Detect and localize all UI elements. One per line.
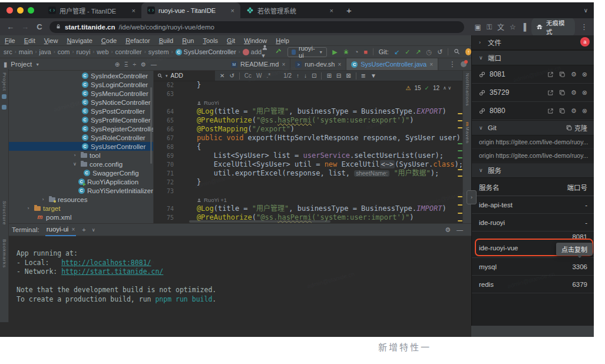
run-icon[interactable]: ▶ xyxy=(332,48,337,56)
close-editor-tab-icon[interactable]: × xyxy=(338,61,341,68)
sidebar-section-git[interactable]: ∨ Git 克隆 xyxy=(472,120,594,135)
git-update-icon[interactable]: ↙ xyxy=(394,48,399,56)
editor-tab-run-dev.sh[interactable]: >run-dev.sh× xyxy=(290,58,346,70)
port-settings-icon[interactable]: ⚙ xyxy=(571,89,577,97)
tree-item-SysNoticeController[interactable]: CSysNoticeController xyxy=(8,98,153,107)
breadcrumb-item-controller[interactable]: controller xyxy=(115,48,142,55)
breadcrumb-item-com[interactable]: com xyxy=(58,48,70,55)
project-pane-header[interactable]: ▮Project▼ ⊕ Ξ ÷ ⚙ — xyxy=(0,60,160,68)
filter-search-icon[interactable]: ≣ xyxy=(361,72,366,79)
close-tab-icon[interactable]: × xyxy=(131,7,137,14)
maximize-window-button[interactable] xyxy=(28,7,34,14)
side-panel-icon[interactable]: ▐ xyxy=(521,23,527,31)
tree-item-SysIndexController[interactable]: CSysIndexController xyxy=(8,71,153,80)
menu-run[interactable]: Run xyxy=(182,37,194,44)
find-clear-icon[interactable]: ✕ xyxy=(220,72,224,79)
git-remote-0[interactable]: origin https://gitee.com/live-demo/ruoy.… xyxy=(472,135,594,149)
back-icon[interactable]: ← xyxy=(6,22,15,31)
close-editor-tab-icon[interactable]: × xyxy=(282,61,285,68)
service-row-ide-ruoyi-vue[interactable]: ide-ruoyi-vue8081点击复制 xyxy=(472,231,594,258)
sidebar-section-ports[interactable]: ∨ 端口 xyxy=(472,50,594,65)
hide-pane-icon[interactable]: — xyxy=(151,61,157,68)
editor-horizontal-scrollbar[interactable] xyxy=(189,220,330,223)
tree-item-resources[interactable]: ›resources xyxy=(8,195,153,204)
profiler-icon[interactable]: ◔ xyxy=(355,48,359,55)
sidebar-collapse-button[interactable]: › xyxy=(467,190,477,204)
remove-selection-icon[interactable]: ⊟ xyxy=(336,72,341,79)
tree-item-SysMenuController[interactable]: CSysMenuController xyxy=(8,89,153,98)
project-tool-button[interactable]: Project xyxy=(2,72,7,91)
whole-words-toggle[interactable]: W xyxy=(256,72,262,79)
service-row-ide-api-test[interactable]: ide-api-test- xyxy=(472,196,594,214)
debug-icon[interactable] xyxy=(343,48,349,56)
terminal-link[interactable]: http://localhost:8081/ xyxy=(61,259,151,267)
tree-item-SysRoleController[interactable]: CSysRoleController xyxy=(8,133,153,142)
terminal-settings-icon[interactable]: ⚙ xyxy=(445,226,451,234)
pane-settings-icon[interactable]: ⚙ xyxy=(141,61,146,68)
forward-icon[interactable]: → xyxy=(21,22,30,31)
browser-tab-1[interactable]: ruoyi-vue - TitanIDE× xyxy=(141,2,240,18)
menu-view[interactable]: View xyxy=(44,37,58,44)
tree-item-target[interactable]: ›target xyxy=(8,204,153,213)
git-commit-icon[interactable]: ✓ xyxy=(405,48,410,56)
collapse-all-icon[interactable]: ÷ xyxy=(133,61,137,68)
regex-toggle[interactable]: .* xyxy=(266,72,270,79)
user-avatar-icon[interactable]: ▾ xyxy=(262,44,270,59)
copy-port-icon[interactable] xyxy=(559,71,566,78)
find-input[interactable]: ▾ ADD xyxy=(154,71,215,81)
browser-tab-0[interactable]: 用户管理 - TitanIDE× xyxy=(42,2,141,18)
avatar-badge[interactable]: a xyxy=(580,37,590,47)
maven-tool-button[interactable]: Maven xyxy=(465,127,470,144)
endpoints-tool-icon[interactable] xyxy=(2,105,6,110)
sidebar-section-files[interactable]: › 文件 xyxy=(472,35,594,50)
tree-item-RuoYiApplication[interactable]: CRuoYiApplication xyxy=(8,177,153,186)
close-port-icon[interactable]: ⊗ xyxy=(582,107,587,115)
git-rollback-icon[interactable]: ↺ xyxy=(437,48,442,56)
menu-help[interactable]: Help xyxy=(276,37,289,44)
bookmarks-tool-button[interactable]: Bookmarks xyxy=(2,239,7,268)
code-area[interactable]: 62 }63RuoYi64 @Log(title = "用户管理", busin… xyxy=(154,81,457,220)
close-port-icon[interactable]: ⊗ xyxy=(582,71,587,78)
terminal-output[interactable]: App running at:- Local: http://localhost… xyxy=(0,236,471,337)
editor-tab-SysUserController.java[interactable]: CSysUserController.java× xyxy=(346,58,438,70)
tree-item-SysProfileController[interactable]: CSysProfileController xyxy=(8,115,153,124)
editor-tab-README.md[interactable]: MREADME.md× xyxy=(226,58,290,70)
port-settings-icon[interactable]: ⚙ xyxy=(571,71,577,78)
breadcrumb-method[interactable]: add xyxy=(243,48,262,55)
save-address-icon[interactable]: ▣ xyxy=(475,23,481,31)
match-case-toggle[interactable]: Cc xyxy=(244,72,252,79)
open-in-browser-icon[interactable] xyxy=(547,90,554,96)
service-row-redis[interactable]: redis6379 xyxy=(472,276,594,293)
port-settings-icon[interactable]: ⚙ xyxy=(571,107,577,115)
service-row-ide-ruoyi[interactable]: ide-ruoyi- xyxy=(472,214,594,231)
find-next-icon[interactable]: ↓ xyxy=(304,72,307,79)
open-in-browser-icon[interactable] xyxy=(547,71,554,78)
breadcrumb-item-java[interactable]: java xyxy=(39,48,51,55)
add-selection-icon[interactable]: ⊞ xyxy=(326,72,331,79)
filter-icon[interactable]: ▼ xyxy=(371,72,376,79)
menu-file[interactable]: File xyxy=(5,37,15,44)
minimize-terminal-icon[interactable]: — xyxy=(457,226,463,234)
breadcrumb-class[interactable]: CSysUserController xyxy=(176,48,236,55)
find-prev-icon[interactable]: ↑ xyxy=(296,72,299,79)
sidebar-section-services[interactable]: ∨ 服务 xyxy=(472,163,594,178)
ide-update-icon[interactable]: ↑ xyxy=(465,48,471,55)
browser-menu-icon[interactable]: ⋮ xyxy=(580,22,588,31)
menu-build[interactable]: Build xyxy=(159,37,173,44)
git-remote-1[interactable]: origin https://gitee.com/live-demo/ruoy.… xyxy=(472,149,594,163)
tab-search-chevron-icon[interactable]: ∨ xyxy=(584,7,588,14)
terminal-options-chevron-icon[interactable]: ∨ xyxy=(92,227,95,233)
tree-item-SysUserController[interactable]: CSysUserController xyxy=(8,142,153,151)
stop-icon[interactable]: ■ xyxy=(363,48,368,55)
build-hammer-icon[interactable] xyxy=(275,48,282,56)
address-bar[interactable]: start.titanide.cn/ide/web/coding/ruoyi-v… xyxy=(49,21,464,33)
tree-scrollbar[interactable] xyxy=(150,87,152,164)
new-tab-button[interactable]: + xyxy=(346,5,352,15)
close-tab-icon[interactable]: × xyxy=(329,7,335,14)
menu-window[interactable]: Window xyxy=(244,37,267,44)
browser-tab-2[interactable]: 若依管理系统× xyxy=(240,2,339,18)
menu-refactor[interactable]: Refactor xyxy=(125,37,150,44)
tree-item-SysLoginController[interactable]: CSysLoginController xyxy=(8,80,153,89)
new-terminal-icon[interactable]: + xyxy=(82,226,85,233)
tree-item-SysRegisterController[interactable]: CSysRegisterController xyxy=(8,124,153,133)
